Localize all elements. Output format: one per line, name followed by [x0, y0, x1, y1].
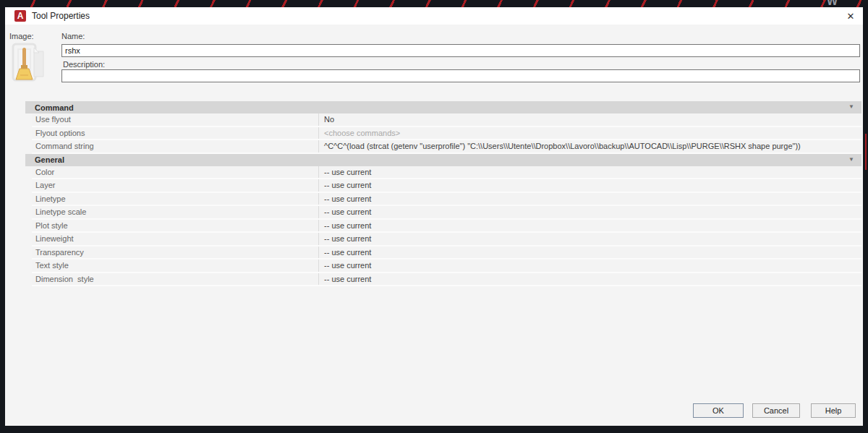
property-label: Text style: [32, 261, 318, 270]
property-label: Dimension style: [32, 275, 318, 283]
property-value[interactable]: <choose commands>: [318, 127, 861, 140]
property-value[interactable]: -- use current: [318, 273, 861, 286]
close-icon[interactable]: ✕: [843, 9, 859, 22]
property-row: Linetype -- use current: [32, 193, 861, 207]
property-value[interactable]: -- use current: [318, 179, 861, 192]
section-title: Command: [25, 103, 74, 112]
property-value[interactable]: No: [318, 113, 861, 126]
property-value[interactable]: -- use current: [318, 220, 861, 232]
property-row: Use flyout No: [32, 113, 861, 127]
name-input[interactable]: [61, 44, 860, 57]
dialog-title: Tool Properties: [32, 11, 90, 21]
property-label: Transparency: [32, 248, 318, 257]
tool-image-thumbnail[interactable]: [10, 42, 49, 85]
section-title: General: [25, 155, 64, 164]
cancel-button[interactable]: Cancel: [752, 403, 800, 418]
property-label: Command string: [32, 142, 318, 150]
property-row: Layer -- use current: [32, 179, 861, 193]
property-row: Dimension style -- use current: [32, 273, 861, 287]
description-input[interactable]: [61, 69, 860, 82]
property-label: Color: [32, 168, 318, 176]
description-label: Description:: [63, 60, 105, 69]
property-value[interactable]: -- use current: [318, 260, 861, 272]
property-value[interactable]: -- use current: [318, 233, 861, 245]
image-label: Image:: [9, 32, 34, 40]
tool-properties-dialog: A Tool Properties ✕ Image: Name: Descrip…: [5, 7, 863, 426]
help-button[interactable]: Help: [811, 403, 856, 418]
property-row: Flyout options <choose commands>: [32, 127, 861, 141]
property-label: Lineweight: [32, 234, 318, 243]
property-row: Command string ^C^C^(load (strcat (geten…: [32, 140, 861, 154]
property-value[interactable]: ^C^C^(load (strcat (getenv "userprofile"…: [318, 140, 861, 153]
dialog-titlebar: A Tool Properties ✕: [5, 7, 863, 25]
property-row: Color -- use current: [32, 166, 861, 180]
chevron-down-icon[interactable]: ▼: [848, 103, 854, 110]
autocad-logo-icon: A: [14, 10, 26, 22]
property-value[interactable]: -- use current: [318, 193, 861, 205]
background-artifact: [865, 134, 867, 170]
property-label: Layer: [32, 181, 318, 189]
property-row: Linetype scale -- use current: [32, 206, 861, 220]
property-value[interactable]: -- use current: [318, 166, 861, 179]
property-value[interactable]: -- use current: [318, 246, 861, 259]
property-grid: Command ▼ Use flyout No Flyout options <…: [25, 101, 861, 286]
property-label: Linetype: [32, 194, 318, 203]
property-row: Text style -- use current: [32, 260, 861, 273]
property-row: Plot style -- use current: [32, 220, 861, 233]
property-row: Lineweight -- use current: [32, 233, 861, 246]
chevron-down-icon[interactable]: ▼: [848, 156, 854, 163]
background-logo-fragment: W: [827, 0, 837, 7]
property-label: Flyout options: [32, 129, 318, 137]
property-label: Linetype scale: [32, 207, 318, 216]
section-header-command[interactable]: Command ▼: [25, 101, 861, 113]
ok-button[interactable]: OK: [693, 403, 744, 418]
app-background-strip: W: [0, 0, 868, 7]
property-label: Plot style: [32, 221, 318, 230]
section-header-general[interactable]: General ▼: [25, 154, 861, 166]
property-value[interactable]: -- use current: [318, 206, 861, 218]
property-row: Transparency -- use current: [32, 246, 861, 260]
name-label: Name:: [61, 32, 85, 40]
property-label: Use flyout: [32, 115, 318, 124]
